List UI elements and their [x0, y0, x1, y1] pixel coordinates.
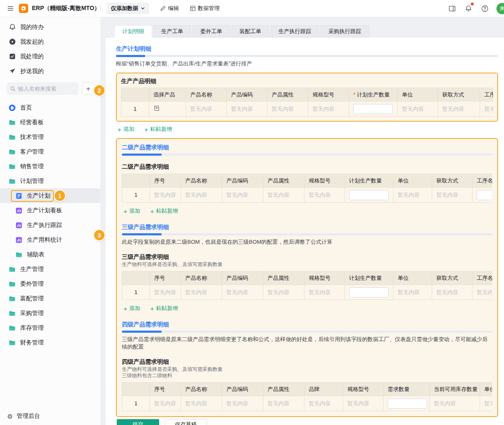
- cell-empty-placeholder: 暂无内容: [304, 188, 345, 203]
- cell-empty-placeholder: 暂无内容: [394, 285, 432, 300]
- sidebar-item-customer-mgmt[interactable]: 客户管理: [0, 144, 100, 159]
- product-detail-box: 生产产品明细 选择产品产品名称产品编码产品属性规格型号* 计划生产数量单位获取方…: [116, 73, 498, 122]
- folder-icon: [8, 310, 16, 317]
- tab-4[interactable]: 装配工单: [231, 25, 269, 38]
- folder-icon: [8, 339, 16, 347]
- number-input[interactable]: [388, 399, 427, 409]
- sidebar-item-label: 生产执行跟踪: [27, 222, 62, 229]
- column-header: 计划生产数量: [345, 271, 394, 285]
- tab-3[interactable]: 委外工单: [192, 25, 230, 38]
- paste-add-label: 粘贴新增: [156, 305, 178, 312]
- column-header: 产品名称: [181, 383, 222, 396]
- sidebar-item-sales-mgmt[interactable]: 销售管理: [0, 159, 100, 174]
- sidebar-item-tech-mgmt[interactable]: 技术管理: [0, 130, 100, 144]
- paste-add-button[interactable]: +粘贴新增: [144, 125, 172, 133]
- section-progress: [122, 331, 492, 333]
- column-header: 单位: [394, 174, 432, 188]
- subform-table: 序号产品名称产品编码产品属性规格型号计划生产数量单位获取方式工序名称1暂无内容暂…: [122, 271, 492, 300]
- sidebar-item-my-todo[interactable]: 我的待办: [0, 20, 100, 34]
- sidebar-item-cc-to-me[interactable]: 抄送我的: [0, 64, 100, 78]
- help-icon[interactable]: [480, 4, 489, 13]
- add-row-button[interactable]: +添加: [118, 125, 134, 133]
- sidebar-item-business-board[interactable]: 经营看板: [0, 115, 100, 130]
- sidebar-item-inventory-mgmt[interactable]: 库存管理: [0, 321, 100, 335]
- cell-empty-placeholder: 暂无内容: [430, 396, 480, 411]
- user-avatar[interactable]: 来: [496, 3, 504, 14]
- select-product-icon[interactable]: [153, 105, 160, 112]
- sidebar-item-purchase-mgmt[interactable]: 采购管理: [0, 306, 100, 321]
- column-header: 产品属性: [263, 383, 304, 396]
- submit-button[interactable]: 提交: [117, 419, 159, 425]
- subform-description: 生产物料可选择是否采购、及填写需采购数量: [122, 261, 492, 268]
- folder-icon: [15, 251, 23, 258]
- cell-empty-placeholder: 暂无内容: [398, 102, 438, 117]
- cell-empty-placeholder: 暂无内容: [150, 188, 181, 203]
- notification-bell-icon[interactable]: [464, 4, 473, 13]
- sidebar-item-finance-mgmt[interactable]: 财务管理: [0, 335, 100, 350]
- sidebar-item-label: 我处理的: [20, 53, 44, 60]
- column-header: 单位: [398, 88, 438, 102]
- folder-icon: [8, 148, 16, 156]
- sidebar-search-row: +: [0, 78, 100, 99]
- cell-empty-placeholder: 暂无内容: [308, 102, 349, 117]
- edit-button[interactable]: 编辑: [160, 5, 179, 12]
- sidebar-item-my-initiated[interactable]: 我发起的: [0, 34, 100, 49]
- sidebar-item-label: 采购管理: [20, 310, 44, 317]
- number-input[interactable]: [353, 104, 393, 114]
- number-input[interactable]: [477, 190, 492, 200]
- cell-number: [345, 285, 394, 300]
- column-header: 产品属性: [263, 174, 304, 188]
- cell-empty-placeholder: 暂无内容: [181, 396, 222, 411]
- sidebar-item-production-plan[interactable]: 生产计划: [0, 188, 100, 203]
- panel-toggle-icon[interactable]: [447, 4, 457, 13]
- add-row-button[interactable]: +添加: [123, 305, 140, 312]
- sidebar-item-assembly-mgmt[interactable]: 装配管理: [0, 291, 100, 306]
- column-header: 产品编码: [222, 271, 263, 285]
- save-draft-button[interactable]: 保存草稿: [165, 419, 207, 425]
- number-input[interactable]: [349, 190, 388, 200]
- add-only-mode-button[interactable]: 仅添加数据: [107, 3, 149, 14]
- sidebar-item-aux-tables[interactable]: 辅助表: [0, 247, 100, 262]
- admin-label: 管理后台: [16, 412, 40, 420]
- column-header: 选择产品: [149, 88, 186, 102]
- sidebar-item-home[interactable]: 首页: [0, 100, 100, 115]
- search-input[interactable]: [18, 86, 75, 92]
- tab-2[interactable]: 生产工单: [153, 25, 191, 38]
- cell-empty-placeholder: 暂无内容: [432, 188, 472, 203]
- section-link-level2[interactable]: 二级产品需求明细: [122, 144, 169, 151]
- app-logo-icon[interactable]: [19, 4, 28, 13]
- data-manage-button[interactable]: 数据管理: [190, 5, 220, 12]
- sidebar-item-outsourcing-mgmt[interactable]: 委外管理: [0, 276, 100, 291]
- sidebar-item-production-plan-board[interactable]: 生产计划看板: [0, 203, 100, 218]
- annotation-badge-3: 3: [94, 230, 105, 240]
- paste-add-button[interactable]: +粘贴新增: [150, 207, 178, 215]
- section-link-level4[interactable]: 四级产品需求明细: [122, 321, 169, 328]
- column-header: 产品名称: [181, 271, 222, 285]
- column-header: 规格型号: [308, 88, 349, 102]
- column-header: 规格型号: [304, 174, 345, 188]
- sidebar-item-production-exec-tracking[interactable]: 生产执行跟踪: [0, 218, 100, 232]
- notification-dot: [471, 3, 474, 5]
- paste-add-button[interactable]: +粘贴新增: [150, 305, 178, 312]
- add-row-button[interactable]: +添加: [123, 207, 140, 215]
- column-header: 计划生产数量: [345, 174, 394, 188]
- sidebar-item-production-mgmt[interactable]: 生产管理: [0, 262, 100, 276]
- level3-description: 此处字段复制的是原来二级BOM，也就是现在的三级BOM的配置，然后调整了公式计算: [122, 238, 492, 246]
- sidebar-item-admin[interactable]: ⚙ 管理后台: [0, 407, 100, 425]
- section-link-level3[interactable]: 三级产品需求明细: [122, 224, 169, 230]
- number-input[interactable]: [349, 287, 388, 297]
- sidebar-item-my-processed[interactable]: 我处理的: [0, 49, 100, 64]
- tab-1[interactable]: 计划明细: [114, 25, 152, 38]
- search-box[interactable]: [7, 82, 79, 95]
- add-row-label: 添加: [129, 207, 140, 215]
- subform-table-wrap: 序号产品名称产品编码产品属性规格型号计划生产数量单位获取方式工序名称1暂无内容暂…: [122, 271, 492, 300]
- tab-6[interactable]: 采购执行跟踪: [320, 25, 369, 38]
- sidebar-item-production-material-stats[interactable]: 生产用料统计: [0, 232, 100, 247]
- add-app-button[interactable]: +: [82, 82, 94, 95]
- cell-empty-placeholder: 暂无内容: [263, 188, 304, 203]
- sidebar-item-plan-mgmt[interactable]: 计划管理: [0, 174, 100, 188]
- tab-5[interactable]: 生产执行跟踪: [270, 25, 319, 38]
- cell-empty-placeholder: 暂无内容: [268, 102, 308, 117]
- section-link-plan-detail[interactable]: 生产计划明细: [116, 45, 151, 52]
- collapse-sidebar-icon[interactable]: [6, 4, 15, 13]
